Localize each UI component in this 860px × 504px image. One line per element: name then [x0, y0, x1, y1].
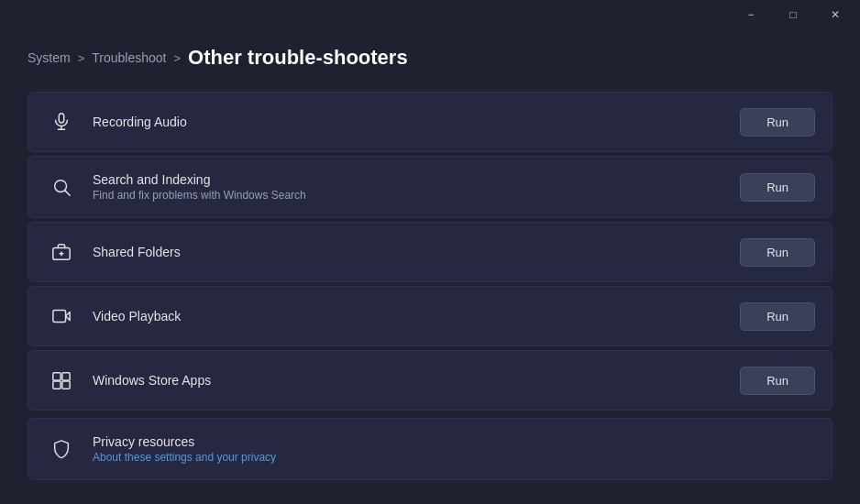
list-item: Shared Folders Run	[28, 222, 832, 282]
breadcrumb-sep2: >	[173, 51, 181, 65]
run-button-windows-store[interactable]: Run	[740, 367, 815, 395]
item-title: Search and Indexing	[93, 172, 740, 187]
svg-rect-12	[53, 381, 61, 389]
video-icon	[45, 300, 78, 333]
item-text-shared-folders: Shared Folders	[93, 245, 740, 259]
list-item: Video Playback Run	[28, 286, 832, 346]
privacy-row: Privacy resources About these settings a…	[28, 418, 832, 480]
breadcrumb-troubleshoot[interactable]: Troubleshoot	[92, 50, 166, 65]
shared-folders-icon	[45, 236, 78, 268]
list-item: Windows Store Apps Run	[28, 350, 832, 411]
close-button[interactable]: ✕	[814, 0, 856, 29]
item-title: Video Playback	[93, 309, 740, 323]
privacy-link[interactable]: About these settings and your privacy	[93, 451, 815, 464]
svg-rect-8	[53, 311, 66, 323]
svg-point-3	[55, 181, 67, 192]
breadcrumb-system[interactable]: System	[28, 50, 71, 65]
item-text-video-playback: Video Playback	[93, 309, 740, 323]
svg-rect-13	[62, 381, 70, 389]
item-text-privacy: Privacy resources About these settings a…	[93, 434, 815, 464]
breadcrumb-sep1: >	[78, 51, 85, 65]
item-title: Recording Audio	[93, 115, 740, 129]
item-title: Windows Store Apps	[93, 373, 740, 388]
breadcrumb: System > Troubleshoot > Other trouble-sh…	[0, 29, 860, 92]
item-text-search-indexing: Search and Indexing Find and fix problem…	[93, 172, 740, 202]
svg-rect-11	[62, 373, 70, 380]
list-item: Recording Audio Run	[28, 92, 832, 152]
item-subtitle: Find and fix problems with Windows Searc…	[93, 189, 740, 202]
run-button-video-playback[interactable]: Run	[740, 302, 815, 331]
run-button-shared-folders[interactable]: Run	[740, 238, 815, 267]
svg-rect-10	[53, 373, 61, 380]
svg-rect-0	[59, 114, 64, 123]
run-button-search-indexing[interactable]: Run	[740, 173, 815, 202]
breadcrumb-current: Other trouble-shooters	[188, 46, 408, 70]
search-icon	[45, 170, 78, 203]
microphone-icon	[45, 105, 78, 138]
item-text-windows-store: Windows Store Apps	[93, 373, 740, 388]
title-bar: − □ ✕	[0, 0, 860, 29]
list-item: Search and Indexing Find and fix problem…	[28, 156, 832, 218]
troubleshooter-list: Recording Audio Run Search and Indexing …	[0, 92, 860, 414]
store-icon	[45, 364, 78, 397]
minimize-button[interactable]: −	[730, 0, 772, 29]
privacy-title: Privacy resources	[93, 434, 815, 449]
shield-icon	[45, 433, 78, 466]
run-button-recording-audio[interactable]: Run	[740, 108, 815, 137]
svg-line-4	[65, 191, 70, 195]
item-text-recording-audio: Recording Audio	[93, 115, 740, 129]
item-title: Shared Folders	[93, 245, 740, 259]
maximize-button[interactable]: □	[772, 0, 814, 29]
